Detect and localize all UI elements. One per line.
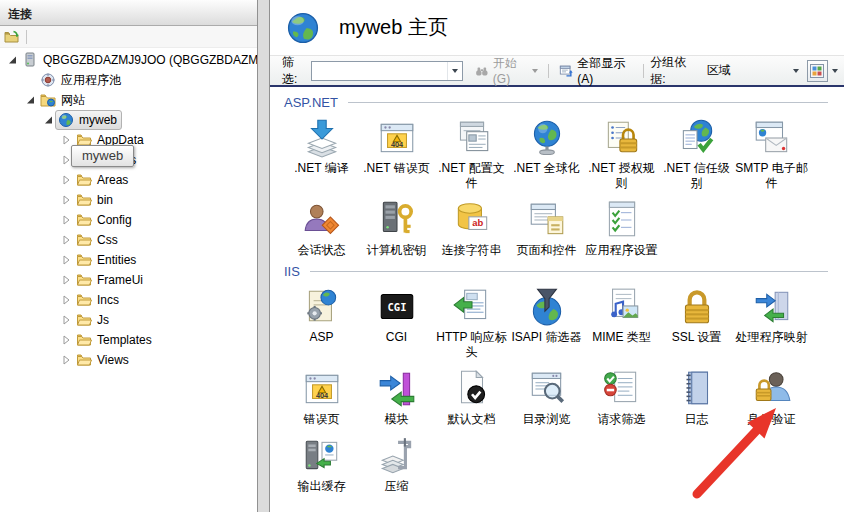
- tree-item-body[interactable]: Views: [73, 350, 134, 370]
- svg-text:ab: ab: [472, 217, 483, 228]
- feature-pages-and-controls[interactable]: 页面和控件: [509, 199, 584, 258]
- twisty-collapsed-icon[interactable]: [60, 194, 73, 206]
- twisty-expanded-icon[interactable]: [6, 54, 19, 66]
- dotnet-authorization-rules-icon: [601, 117, 643, 159]
- save-connections-icon[interactable]: [4, 29, 20, 45]
- tree-item-body[interactable]: Css: [73, 230, 123, 250]
- twisty-collapsed-icon[interactable]: [60, 274, 73, 286]
- tree-item-body[interactable]: Config: [73, 210, 137, 230]
- feature-authentication[interactable]: 身份验证: [734, 368, 809, 427]
- tree-item[interactable]: Views: [0, 350, 257, 370]
- twisty-collapsed-icon[interactable]: [60, 354, 73, 366]
- tree-item[interactable]: 应用程序池: [0, 70, 257, 90]
- tree-item-body[interactable]: 应用程序池: [37, 70, 126, 90]
- tree-item[interactable]: Entities: [0, 250, 257, 270]
- tree-item[interactable]: bin: [0, 190, 257, 210]
- feature-directory-browsing[interactable]: 目录浏览: [509, 368, 584, 427]
- feature-connection-strings[interactable]: ab连接字符串: [434, 199, 509, 258]
- tree-item[interactable]: 网站: [0, 90, 257, 110]
- twisty-collapsed-icon[interactable]: [60, 134, 73, 146]
- feature-http-response-headers[interactable]: HTTP 响应标头: [434, 286, 509, 360]
- group-by-dropdown[interactable]: 区域: [703, 61, 803, 81]
- default-document-icon: [451, 368, 493, 410]
- tree-item-body[interactable]: Entities: [73, 250, 141, 270]
- tree-item[interactable]: Config: [0, 210, 257, 230]
- twisty-collapsed-icon[interactable]: [60, 314, 73, 326]
- feature-session-state[interactable]: 会话状态: [284, 199, 359, 258]
- feature-machine-key[interactable]: 计算机密钥: [359, 199, 434, 258]
- twisty-collapsed-icon[interactable]: [60, 294, 73, 306]
- tree-item-label: QBGGZBDAZMJ9JOO (QBGGZBDAZM: [43, 53, 257, 67]
- feature-logging[interactable]: 日志: [659, 368, 734, 427]
- feature-default-document[interactable]: 默认文档: [434, 368, 509, 427]
- tree-item[interactable]: Js: [0, 310, 257, 330]
- tree-item-label: Js: [97, 313, 109, 327]
- tree-item[interactable]: myweb: [0, 110, 257, 130]
- feature-dotnet-globalization[interactable]: .NET 全球化: [509, 117, 584, 191]
- tree-item-body[interactable]: Incs: [73, 290, 124, 310]
- app-pools-icon: [40, 72, 56, 88]
- feature-label: 错误页: [285, 412, 359, 427]
- twisty-collapsed-icon[interactable]: [60, 234, 73, 246]
- feature-isapi-filters[interactable]: ISAPI 筛选器: [509, 286, 584, 360]
- feature-application-settings[interactable]: 应用程序设置: [584, 199, 659, 258]
- feature-modules[interactable]: 模块: [359, 368, 434, 427]
- tree-item-body[interactable]: Js: [73, 310, 114, 330]
- isapi-filters-icon: [526, 286, 568, 328]
- feature-dotnet-trust-levels[interactable]: .NET 信任级别: [659, 117, 734, 191]
- binoculars-icon: [475, 63, 489, 79]
- twisty-collapsed-icon[interactable]: [60, 214, 73, 226]
- tree-item-body[interactable]: bin: [73, 190, 118, 210]
- feature-label: HTTP 响应标头: [435, 330, 509, 360]
- go-button-label: 开始(G): [493, 55, 528, 86]
- tree-item[interactable]: FrameUi: [0, 270, 257, 290]
- feature-dotnet-compile[interactable]: .NET 编译: [284, 117, 359, 191]
- tree-item[interactable]: Css: [0, 230, 257, 250]
- feature-dotnet-authorization-rules[interactable]: .NET 授权规则: [584, 117, 659, 191]
- tree-item[interactable]: Incs: [0, 290, 257, 310]
- feature-dotnet-profile[interactable]: .NET 配置文件: [434, 117, 509, 191]
- cgi-icon: CGI: [376, 286, 418, 328]
- tree-item-body[interactable]: QBGGZBDAZMJ9JOO (QBGGZBDAZM: [19, 50, 257, 70]
- tree-item-body[interactable]: FrameUi: [73, 270, 148, 290]
- tree-item[interactable]: Areas: [0, 170, 257, 190]
- feature-request-filtering[interactable]: 请求筛选: [584, 368, 659, 427]
- go-button[interactable]: 开始(G): [471, 60, 542, 82]
- feature-handler-mappings[interactable]: 处理程序映射: [734, 286, 809, 360]
- show-all-icon: [559, 63, 573, 79]
- dotnet-profile-icon: [451, 117, 493, 159]
- feature-cgi[interactable]: CGICGI: [359, 286, 434, 360]
- twisty-collapsed-icon[interactable]: [60, 254, 73, 266]
- tree-item-body[interactable]: Templates: [73, 330, 157, 350]
- twisty-collapsed-icon[interactable]: [60, 334, 73, 346]
- tree-item[interactable]: Templates: [0, 330, 257, 350]
- tree-item-body[interactable]: myweb: [55, 110, 122, 130]
- feature-asp[interactable]: ASP: [284, 286, 359, 360]
- dotnet-compile-icon: [301, 117, 343, 159]
- feature-output-caching[interactable]: 输出缓存: [284, 435, 359, 494]
- compression-icon: [376, 435, 418, 477]
- tree-item-body[interactable]: Areas: [73, 170, 133, 190]
- feature-smtp-email[interactable]: SMTP 电子邮件: [734, 117, 809, 191]
- folder-icon: [76, 212, 92, 228]
- site-icon: [58, 112, 74, 128]
- feature-dotnet-error-pages[interactable]: 404.NET 错误页: [359, 117, 434, 191]
- feature-ssl-settings[interactable]: SSL 设置: [659, 286, 734, 360]
- twisty-collapsed-icon[interactable]: [60, 174, 73, 186]
- view-mode-button[interactable]: [807, 60, 828, 82]
- filter-input[interactable]: [312, 63, 447, 79]
- filter-combobox[interactable]: [311, 61, 463, 81]
- feature-compression[interactable]: 压缩: [359, 435, 434, 494]
- directory-browsing-icon: [526, 368, 568, 410]
- machine-key-icon: [376, 199, 418, 241]
- show-all-button[interactable]: 全部显示(A): [555, 60, 637, 82]
- feature-label: .NET 全球化: [510, 161, 584, 176]
- feature-error-pages[interactable]: 404错误页: [284, 368, 359, 427]
- tree-item-body[interactable]: 网站: [37, 90, 90, 110]
- filter-dropdown-arrow[interactable]: [447, 62, 462, 80]
- tree-item[interactable]: QBGGZBDAZMJ9JOO (QBGGZBDAZM: [0, 50, 257, 70]
- twisty-expanded-icon[interactable]: [42, 114, 55, 126]
- feature-mime-types[interactable]: MIME 类型: [584, 286, 659, 360]
- twisty-expanded-icon[interactable]: [24, 94, 37, 106]
- view-mode-arrow[interactable]: [832, 69, 838, 73]
